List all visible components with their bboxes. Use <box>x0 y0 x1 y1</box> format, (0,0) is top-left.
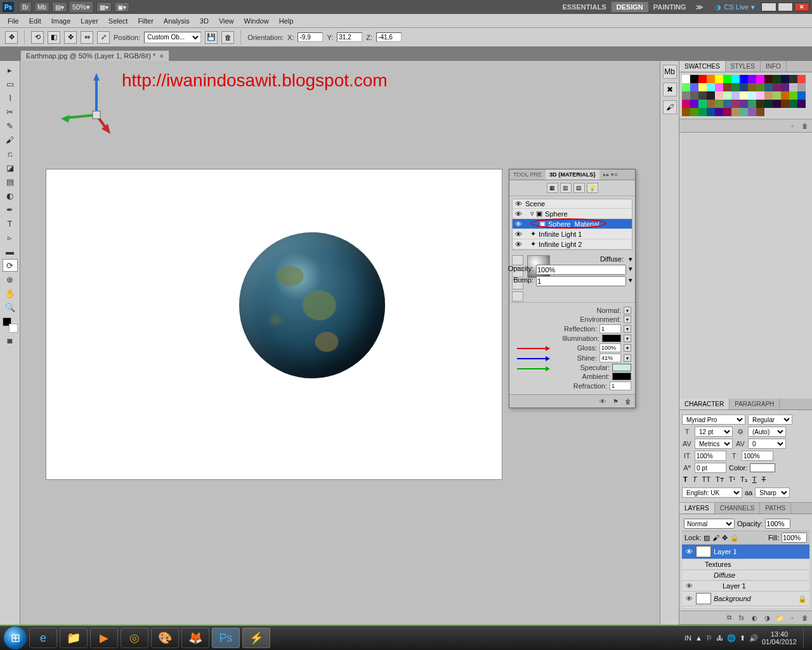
swatch[interactable] <box>781 83 789 91</box>
workspace-design[interactable]: DESIGN <box>612 2 648 12</box>
tab-paragraph[interactable]: PARAGRAPH <box>730 399 780 409</box>
swatch[interactable] <box>690 83 698 91</box>
view-extras-button[interactable]: ▤▾ <box>52 2 67 12</box>
material-tool-4[interactable] <box>512 291 523 302</box>
workspace-essentials[interactable]: ESSENTIALS <box>557 2 611 12</box>
swatch[interactable] <box>764 100 773 108</box>
italic-button[interactable]: T <box>691 475 698 484</box>
move-tool[interactable]: ▸ <box>3 63 18 76</box>
hand-tool[interactable]: ✋ <box>3 287 18 300</box>
swatch[interactable] <box>723 91 731 100</box>
menu-layer[interactable]: Layer <box>75 16 103 26</box>
swatch[interactable] <box>698 108 707 116</box>
minibridge-button[interactable]: Mb <box>34 2 49 12</box>
swatch[interactable] <box>797 91 806 100</box>
swatch[interactable] <box>764 83 773 91</box>
visibility-icon[interactable]: 👁 <box>514 230 523 238</box>
swatch[interactable] <box>773 91 781 100</box>
layer-visibility-icon[interactable]: 👁 <box>684 582 693 590</box>
swatch[interactable] <box>698 75 707 83</box>
swatch[interactable] <box>748 91 756 100</box>
tracking-select[interactable]: 0 <box>748 439 786 449</box>
swatch[interactable] <box>682 100 690 108</box>
visibility-icon[interactable]: 👁 <box>514 200 523 208</box>
swatch[interactable] <box>731 91 740 100</box>
swatch[interactable] <box>756 83 764 91</box>
swatch[interactable] <box>723 83 731 91</box>
swatch[interactable] <box>690 108 698 116</box>
swatch[interactable] <box>756 91 764 100</box>
menu-file[interactable]: File <box>3 16 24 26</box>
cs-live-button[interactable]: ◑CS Live▾ <box>715 3 755 11</box>
pen-tool[interactable]: ✒ <box>3 203 18 216</box>
swatch[interactable] <box>748 83 756 91</box>
start-button[interactable]: ⊞ <box>4 627 27 649</box>
menu-image[interactable]: Image <box>46 16 76 26</box>
gloss-input[interactable] <box>599 343 621 352</box>
swatch[interactable] <box>797 83 806 91</box>
tray-icon-1[interactable]: ▲ <box>695 634 702 642</box>
subscript-button[interactable]: T₁ <box>739 475 749 484</box>
swatch[interactable] <box>707 108 715 116</box>
normal-menu-icon[interactable]: ▾ <box>624 307 631 314</box>
eraser-tool[interactable]: ◪ <box>3 161 18 174</box>
swatch[interactable] <box>797 100 806 108</box>
tray-volume-icon[interactable]: 🔊 <box>749 634 758 642</box>
swatch[interactable] <box>748 75 756 83</box>
orientation-x-input[interactable] <box>298 32 323 42</box>
swatch[interactable] <box>773 83 781 91</box>
swatch[interactable] <box>690 100 698 108</box>
swatch[interactable] <box>789 100 797 108</box>
swatch[interactable] <box>748 100 756 108</box>
zoom-level-select[interactable]: 50% ▾ <box>70 2 93 12</box>
taskbar-explorer-icon[interactable]: 📁 <box>60 628 88 648</box>
bold-button[interactable]: T <box>682 475 689 484</box>
group-icon[interactable]: 📁 <box>775 613 785 622</box>
layer-thumbnail[interactable] <box>696 546 711 557</box>
layer-row[interactable]: Diffuse <box>682 570 809 581</box>
orientation-z-input[interactable] <box>376 32 402 42</box>
position-select[interactable]: Custom Ob... <box>144 32 201 43</box>
swatch[interactable] <box>698 100 707 108</box>
adjustment-layer-icon[interactable]: ◑ <box>762 613 772 622</box>
menu-analysis[interactable]: Analysis <box>159 16 195 26</box>
eyedropper-tool[interactable]: ✎ <box>3 119 18 132</box>
font-style-select[interactable]: Regular <box>748 415 792 425</box>
menu-view[interactable]: View <box>214 16 239 26</box>
taskbar-clock[interactable]: 13:40 01/04/2012 <box>762 630 797 646</box>
illumination-menu-icon[interactable]: ▾ <box>624 335 631 342</box>
swatch[interactable] <box>773 75 781 83</box>
taskbar-app1-icon[interactable]: ◎ <box>121 628 148 648</box>
underline-button[interactable]: T <box>751 475 758 484</box>
shine-input[interactable] <box>599 354 621 362</box>
refraction-input[interactable] <box>610 381 631 390</box>
filter-mesh-icon[interactable]: ▥ <box>560 183 572 193</box>
superscript-button[interactable]: T¹ <box>728 475 737 484</box>
swatch[interactable] <box>698 91 707 100</box>
visibility-icon[interactable]: 👁 <box>514 220 523 228</box>
document-tab[interactable]: Earthmap.jpg @ 50% (Layer 1, RGB/8#) * × <box>20 50 169 61</box>
smallcaps-button[interactable]: Tᴛ <box>714 475 725 484</box>
language-select[interactable]: English: UK <box>682 488 742 498</box>
swatch[interactable] <box>715 100 723 108</box>
swatch[interactable] <box>756 75 764 83</box>
swatch[interactable] <box>698 83 707 91</box>
arrange-documents-button[interactable]: ▦▾ <box>96 2 112 12</box>
tab-character[interactable]: CHARACTER <box>679 399 730 409</box>
swatch[interactable] <box>682 91 690 100</box>
input-language[interactable]: IN <box>684 634 691 642</box>
swatch[interactable] <box>707 100 715 108</box>
menu-help[interactable]: Help <box>274 16 299 26</box>
workspace-painting[interactable]: PAINTING <box>648 2 691 12</box>
shine-menu-icon[interactable]: ▾ <box>624 354 631 362</box>
swatch[interactable] <box>781 75 789 83</box>
swatch[interactable] <box>731 108 740 116</box>
3d-materials-panel[interactable]: TOOL PRE 3D {MATERIALS} ▸▸ ▾≡ ▦ ▥ ▤ 💡 👁S… <box>509 169 636 408</box>
taskbar-wmp-icon[interactable]: ▶ <box>90 628 118 648</box>
filter-lights-icon[interactable]: 💡 <box>587 183 598 193</box>
layer-thumbnail[interactable] <box>696 593 711 604</box>
baseline-input[interactable] <box>695 463 726 473</box>
save-preset-icon[interactable]: 💾 <box>205 31 218 44</box>
tab-3d-materials[interactable]: 3D {MATERIALS} <box>546 169 599 180</box>
link-layers-icon[interactable]: ⧉ <box>724 613 734 622</box>
